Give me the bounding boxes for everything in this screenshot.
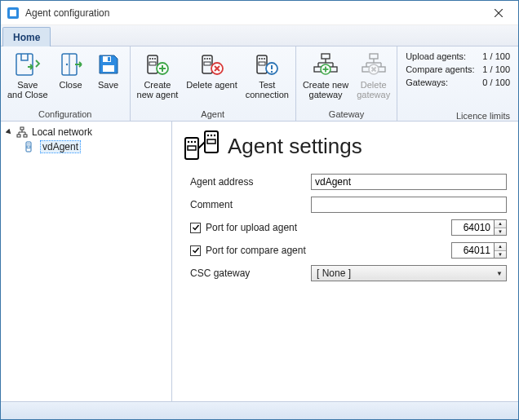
port-compare-spinner[interactable]: ▲ ▼ bbox=[451, 242, 507, 259]
ribbon-group-gateway: Create new gateway bbox=[296, 46, 397, 121]
delete-agent-icon bbox=[197, 51, 227, 78]
ribbon-group-label-configuration: Configuration bbox=[4, 109, 126, 121]
row-port-compare: Port for compare agent ▲ ▼ bbox=[190, 242, 507, 259]
svg-point-64 bbox=[29, 144, 29, 144]
svg-rect-9 bbox=[108, 57, 110, 61]
svg-point-20 bbox=[204, 58, 206, 60]
svg-point-63 bbox=[27, 144, 28, 144]
port-upload-spinner[interactable]: ▲ ▼ bbox=[451, 219, 507, 236]
tab-home[interactable]: Home bbox=[2, 27, 51, 46]
port-compare-label: Port for compare agent bbox=[206, 245, 306, 256]
license-upload-label: Upload agents: bbox=[406, 51, 466, 61]
row-csc-gateway: CSC gateway [ None ] ▼ bbox=[190, 265, 507, 281]
create-gateway-icon bbox=[311, 51, 340, 78]
close-button[interactable]: Close bbox=[53, 48, 89, 92]
svg-rect-1 bbox=[10, 10, 16, 16]
svg-rect-55 bbox=[20, 127, 24, 130]
license-upload-value: 1 / 100 bbox=[482, 51, 510, 61]
agent-icon bbox=[24, 140, 37, 153]
row-comment: Comment bbox=[190, 197, 507, 213]
svg-rect-45 bbox=[370, 54, 378, 59]
tree-root-label: Local network bbox=[32, 126, 92, 138]
svg-point-30 bbox=[264, 58, 265, 60]
port-compare-up[interactable]: ▲ bbox=[495, 243, 506, 251]
save-and-close-button[interactable]: Save and Close bbox=[4, 48, 51, 102]
create-agent-label: Create new agent bbox=[137, 80, 179, 99]
svg-point-28 bbox=[259, 58, 260, 60]
create-gateway-label: Create new gateway bbox=[303, 80, 348, 99]
app-icon bbox=[6, 6, 20, 20]
svg-point-72 bbox=[207, 135, 209, 136]
port-upload-checkbox[interactable] bbox=[190, 223, 201, 233]
svg-rect-75 bbox=[207, 139, 215, 144]
license-compare-label: Compare agents: bbox=[406, 64, 474, 74]
ribbon-group-label-gateway: Gateway bbox=[299, 109, 393, 121]
delete-gateway-button: Delete gateway bbox=[353, 48, 393, 102]
body: Local network vdAgent bbox=[1, 122, 518, 401]
save-label: Save bbox=[98, 80, 118, 90]
port-upload-down[interactable]: ▼ bbox=[495, 228, 506, 236]
save-icon bbox=[94, 51, 123, 78]
comment-input[interactable] bbox=[311, 197, 507, 213]
svg-rect-57 bbox=[24, 135, 27, 137]
create-new-gateway-button[interactable]: Create new gateway bbox=[299, 48, 352, 102]
row-port-upload: Port for upload agent ▲ ▼ bbox=[190, 219, 507, 236]
port-compare-checkbox[interactable] bbox=[190, 245, 201, 256]
agent-address-label: Agent address bbox=[190, 176, 311, 188]
delete-agent-label: Delete agent bbox=[186, 80, 237, 90]
close-label: Close bbox=[59, 80, 82, 90]
ribbon-group-label-agent: Agent bbox=[134, 109, 292, 121]
delete-agent-button[interactable]: Delete agent bbox=[183, 48, 240, 92]
svg-rect-56 bbox=[17, 135, 20, 137]
heading: Agent settings bbox=[184, 130, 507, 162]
svg-rect-31 bbox=[259, 62, 265, 65]
ribbon-group-configuration: Save and Close Close bbox=[1, 46, 131, 121]
svg-point-69 bbox=[194, 141, 196, 143]
license-upload-row: Upload agents: 1 / 100 bbox=[406, 50, 510, 63]
save-and-close-icon bbox=[13, 51, 42, 78]
svg-point-12 bbox=[149, 58, 151, 60]
license-compare-value: 1 / 100 bbox=[482, 64, 510, 74]
svg-point-29 bbox=[261, 58, 263, 60]
heading-text: Agent settings bbox=[228, 134, 362, 159]
port-upload-up[interactable]: ▲ bbox=[495, 220, 506, 228]
csc-gateway-select[interactable]: [ None ] ▼ bbox=[311, 265, 507, 281]
svg-rect-35 bbox=[322, 54, 330, 59]
test-connection-icon bbox=[252, 51, 282, 78]
save-button[interactable]: Save bbox=[91, 48, 126, 92]
tree-item-vdagent[interactable]: vdAgent bbox=[2, 139, 170, 154]
svg-rect-23 bbox=[204, 62, 211, 65]
license-gateways-value: 0 / 100 bbox=[482, 77, 510, 87]
svg-point-7 bbox=[65, 64, 67, 65]
port-compare-input[interactable] bbox=[451, 242, 494, 259]
svg-point-13 bbox=[152, 58, 153, 60]
test-connection-button[interactable]: Test connection bbox=[242, 48, 292, 102]
tree-panel: Local network vdAgent bbox=[1, 122, 172, 401]
window-title: Agent configuration bbox=[25, 7, 481, 19]
network-icon bbox=[16, 126, 29, 139]
chevron-down-icon: ▼ bbox=[496, 270, 503, 277]
close-icon bbox=[495, 7, 503, 20]
svg-point-34 bbox=[271, 71, 273, 73]
svg-point-67 bbox=[188, 141, 189, 143]
svg-point-74 bbox=[214, 135, 215, 136]
close-window-button[interactable] bbox=[481, 1, 517, 25]
create-agent-icon bbox=[143, 51, 172, 78]
tree-root[interactable]: Local network bbox=[2, 125, 170, 139]
statusbar bbox=[1, 401, 518, 419]
titlebar: Agent configuration bbox=[1, 1, 518, 25]
svg-rect-65 bbox=[27, 146, 30, 148]
svg-point-68 bbox=[191, 141, 193, 143]
svg-rect-10 bbox=[103, 65, 114, 72]
port-upload-input[interactable] bbox=[451, 219, 494, 236]
license-gateways-label: Gateways: bbox=[406, 77, 448, 87]
svg-point-21 bbox=[206, 58, 208, 60]
agent-address-input[interactable] bbox=[311, 174, 507, 190]
svg-point-22 bbox=[209, 58, 211, 60]
port-compare-down[interactable]: ▼ bbox=[495, 251, 506, 259]
svg-line-76 bbox=[198, 142, 205, 148]
ribbon-group-license: Upload agents: 1 / 100 Compare agents: 1… bbox=[397, 46, 518, 121]
create-new-agent-button[interactable]: Create new agent bbox=[134, 48, 182, 102]
tree-item-label: vdAgent bbox=[40, 140, 81, 153]
collapse-icon[interactable] bbox=[4, 127, 14, 137]
